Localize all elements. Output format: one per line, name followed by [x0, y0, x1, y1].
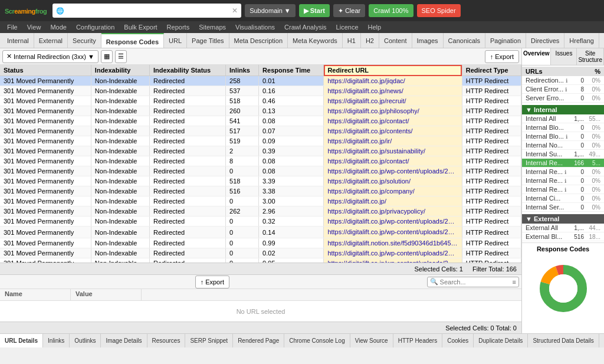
right-item-internal-blo2[interactable]: Internal Blo... ℹ 0 0% [522, 132, 604, 141]
btab-rendered-page[interactable]: Rendered Page [233, 334, 284, 347]
btab-inlinks[interactable]: Inlinks [43, 334, 70, 347]
menu-file[interactable]: File [2, 21, 22, 33]
btab-chrome-console[interactable]: Chrome Console Log [284, 334, 350, 347]
start-button[interactable]: ▶ Start [299, 4, 330, 17]
menu-licence[interactable]: Licence [331, 21, 363, 33]
subdomain-button[interactable]: Subdomain ▼ [245, 4, 296, 17]
right-item-internal-su[interactable]: Internal Su... 1,... 49... [522, 150, 604, 159]
table-row[interactable]: 301 Moved PermanentlyNon-IndexableRedire… [0, 227, 521, 238]
col-header-status[interactable]: Status [0, 65, 91, 76]
menu-help[interactable]: Help [363, 21, 386, 33]
right-tab-site-structure[interactable]: Site Structure [577, 48, 604, 65]
right-item-internal-re2[interactable]: Internal Re... ℹ 0 0% [522, 168, 604, 176]
btab-serp-snippet[interactable]: SERP Snippet [185, 334, 233, 347]
btab-view-source[interactable]: View Source [350, 334, 393, 347]
menu-crawl-analysis[interactable]: Crawl Analysis [280, 21, 331, 33]
tab-javascript[interactable]: JavaScript [599, 33, 604, 48]
bottom-filter-icon[interactable]: ≡ [513, 278, 516, 286]
table-row[interactable]: 301 Moved PermanentlyNon-IndexableRedire… [0, 248, 521, 258]
menu-reports[interactable]: Reports [162, 21, 195, 33]
table-row[interactable]: 301 Moved PermanentlyNon-IndexableRedire… [0, 136, 521, 146]
btab-image-details[interactable]: Image Details [101, 334, 147, 347]
tab-directives[interactable]: Directives [526, 33, 564, 48]
bottom-search-input[interactable] [440, 278, 511, 286]
table-row[interactable]: 301 Moved PermanentlyNon-IndexableRedire… [0, 176, 521, 186]
export-button[interactable]: ↑ Export [485, 50, 519, 63]
right-item-internal-ci[interactable]: Internal Ci... 0 0% [522, 194, 604, 203]
list-view-button[interactable]: ☰ [115, 50, 127, 63]
menu-view[interactable]: View [22, 21, 46, 33]
table-row[interactable]: 301 Moved PermanentlyNon-IndexableRedire… [0, 258, 521, 263]
btab-lighthouse[interactable]: Lighthouse Details [599, 334, 604, 347]
btab-duplicate-details[interactable]: Duplicate Details [474, 334, 528, 347]
table-row[interactable]: 301 Moved PermanentlyNon-IndexableRedire… [0, 76, 521, 86]
btab-structured-data[interactable]: Structured Data Details [528, 334, 599, 347]
filter-close-icon[interactable]: ✕ [6, 53, 12, 60]
table-row[interactable]: 301 Moved PermanentlyNon-IndexableRedire… [0, 238, 521, 248]
tab-hreflang[interactable]: Hreflang [564, 33, 599, 48]
tab-url[interactable]: URL [164, 33, 187, 48]
right-item-internal-ser[interactable]: Internal Ser... 0 0% [522, 203, 604, 212]
menu-configuration[interactable]: Configuration [71, 21, 119, 33]
table-row[interactable]: 301 Moved PermanentlyNon-IndexableRedire… [0, 206, 521, 217]
col-header-indexability[interactable]: Indexability [91, 65, 149, 76]
right-item-client-error[interactable]: Client Error... ℹ 8 0% [522, 85, 604, 94]
col-header-inlinks[interactable]: Inlinks [226, 65, 259, 76]
menu-sitemaps[interactable]: Sitemaps [194, 21, 231, 33]
table-row[interactable]: 301 Moved PermanentlyNon-IndexableRedire… [0, 166, 521, 176]
tab-external[interactable]: External [34, 33, 68, 48]
menu-bulk-export[interactable]: Bulk Export [119, 21, 162, 33]
right-item-internal-all[interactable]: Internal All 1,... 55... [522, 114, 604, 123]
tab-response-codes[interactable]: Response Codes [101, 33, 164, 48]
bottom-export-button[interactable]: ↑ Export [195, 276, 229, 288]
right-item-internal-re-active[interactable]: Internal Re... 166 5... [522, 159, 604, 168]
right-tab-issues[interactable]: Issues [551, 48, 577, 65]
table-row[interactable]: 301 Moved PermanentlyNon-IndexableRedire… [0, 146, 521, 156]
btab-cookies[interactable]: Cookies [442, 334, 474, 347]
tab-security[interactable]: Security [68, 33, 101, 48]
tab-meta-keywords[interactable]: Meta Keywords [288, 33, 343, 48]
table-row[interactable]: 301 Moved PermanentlyNon-IndexableRedire… [0, 96, 521, 106]
menu-visualisations[interactable]: Visualisations [231, 21, 280, 33]
table-row[interactable]: 301 Moved PermanentlyNon-IndexableRedire… [0, 106, 521, 116]
filter-chevron-icon[interactable]: ▼ [88, 53, 94, 60]
tab-images[interactable]: Images [412, 33, 444, 48]
right-item-external-bl[interactable]: External Bl... 516 18... [522, 232, 604, 241]
tab-canonicals[interactable]: Canonicals [444, 33, 485, 48]
right-item-external-all[interactable]: External All 1,... 44... [522, 224, 604, 232]
tab-internal[interactable]: Internal [2, 33, 34, 48]
tab-h1[interactable]: H1 [343, 33, 361, 48]
right-item-internal-blo1[interactable]: Internal Blo... 0 0% [522, 123, 604, 132]
col-header-response-time[interactable]: Response Time [259, 65, 324, 76]
tab-page-titles[interactable]: Page Titles [187, 33, 229, 48]
col-header-idx-status[interactable]: Indexability Status [149, 65, 225, 76]
tab-h2[interactable]: H2 [361, 33, 379, 48]
right-item-internal-re4[interactable]: Internal Re... ℹ 0 0% [522, 185, 604, 194]
right-item-internal-no[interactable]: Internal No... 0 0% [522, 141, 604, 150]
table-row[interactable]: 301 Moved PermanentlyNon-IndexableRedire… [0, 126, 521, 136]
seospider-button[interactable]: SEO Spider [417, 4, 461, 17]
url-input[interactable]: https://digitalift.co.jp/ [67, 7, 229, 14]
table-row[interactable]: 301 Moved PermanentlyNon-IndexableRedire… [0, 86, 521, 96]
col-header-redirect-type[interactable]: Redirect Type [462, 65, 521, 76]
right-item-server-error[interactable]: Server Erro... 0 0% [522, 94, 604, 103]
right-external-header[interactable]: ▼ External [522, 214, 604, 224]
menu-mode[interactable]: Mode [45, 21, 71, 33]
tab-content[interactable]: Content [379, 33, 412, 48]
right-item-internal-re3[interactable]: Internal Re... ℹ 0 0% [522, 176, 604, 185]
btab-url-details[interactable]: URL Details [0, 334, 43, 347]
clear-url-icon[interactable]: ✕ [232, 6, 238, 15]
table-row[interactable]: 301 Moved PermanentlyNon-IndexableRedire… [0, 217, 521, 227]
tab-pagination[interactable]: Pagination [485, 33, 526, 48]
col-header-redirect-url[interactable]: Redirect URL [324, 65, 462, 76]
right-tab-overview[interactable]: Overview [522, 48, 551, 65]
clear-button[interactable]: ✦ Clear [333, 4, 365, 17]
right-item-redirection[interactable]: Redirection... ℹ 0 0% [522, 76, 604, 85]
table-row[interactable]: 301 Moved PermanentlyNon-IndexableRedire… [0, 186, 521, 196]
grid-view-button[interactable]: ▦ [101, 50, 113, 63]
btab-http-headers[interactable]: HTTP Headers [393, 334, 443, 347]
btab-resources[interactable]: Resources [147, 334, 186, 347]
table-row[interactable]: 301 Moved PermanentlyNon-IndexableRedire… [0, 116, 521, 126]
right-internal-header[interactable]: ▼ Internal [522, 105, 604, 114]
table-row[interactable]: 301 Moved PermanentlyNon-IndexableRedire… [0, 196, 521, 206]
